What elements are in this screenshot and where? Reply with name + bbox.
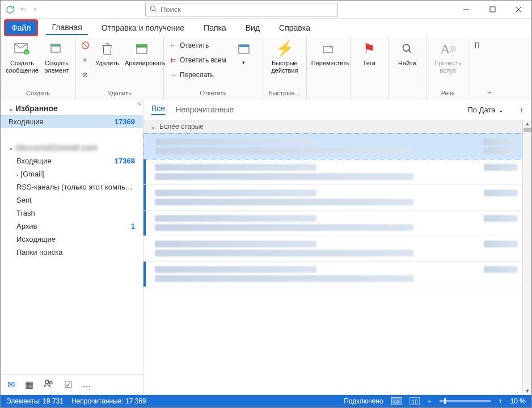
sidebar-item-sent[interactable]: Sent bbox=[1, 194, 143, 207]
view-reading-icon[interactable]: ▯▯ bbox=[409, 397, 420, 405]
calendar-icon bbox=[230, 39, 258, 58]
status-unread: Непрочитанные: 17 369 bbox=[71, 397, 146, 405]
message-row[interactable] bbox=[143, 185, 531, 211]
move-label: Переместить bbox=[311, 60, 345, 67]
forward-icon: → bbox=[168, 71, 178, 79]
archive-icon bbox=[125, 39, 159, 58]
meeting-button[interactable]: ▾ bbox=[230, 39, 258, 66]
message-row[interactable] bbox=[143, 159, 531, 185]
search-input[interactable]: Поиск bbox=[145, 3, 338, 16]
message-row[interactable] bbox=[143, 236, 531, 262]
scroll-thumb[interactable] bbox=[523, 128, 531, 132]
new-mail-button[interactable]: + Создать сообщение bbox=[5, 39, 39, 74]
tab-home[interactable]: Главная bbox=[46, 20, 87, 35]
sidebar-item-label: RSS-каналы (только этот компь… bbox=[16, 183, 133, 191]
message-row[interactable] bbox=[143, 211, 531, 236]
group-find: Найти bbox=[389, 37, 427, 99]
minimize-button[interactable] bbox=[453, 1, 479, 19]
reply-all-button[interactable]: ⇇Ответить всем bbox=[168, 54, 226, 66]
sidebar-item-label: Исходящие bbox=[16, 235, 56, 243]
main-area: < ⌄Избранное Входящие 17369 ⌄obscured@em… bbox=[1, 99, 531, 395]
message-row[interactable] bbox=[143, 133, 531, 159]
junk-icon: ⊘ bbox=[81, 71, 90, 79]
view-normal-icon[interactable]: ▭ bbox=[391, 397, 402, 405]
tab-view[interactable]: Вид bbox=[240, 21, 265, 35]
close-button[interactable] bbox=[505, 1, 531, 19]
nav-calendar-icon[interactable]: ▦ bbox=[25, 379, 33, 390]
reply-button[interactable]: ←Ответить bbox=[168, 39, 226, 52]
message-list: Все Непрочитанные По Дата ⌄ ↑ ⌄ Более ст… bbox=[143, 99, 531, 395]
scroll-up-icon[interactable]: ▲ bbox=[523, 120, 532, 128]
zoom-in-button[interactable]: + bbox=[499, 397, 503, 405]
sidebar-item-trash[interactable]: Trash bbox=[1, 207, 143, 220]
zoom-out-button[interactable]: − bbox=[428, 397, 432, 405]
new-item-button[interactable]: Создать элемент bbox=[43, 39, 71, 74]
nav-mail-icon[interactable]: ✉ bbox=[7, 379, 15, 390]
move-button[interactable]: Переместить bbox=[311, 39, 345, 67]
tab-send-receive[interactable]: Отправка и получение bbox=[96, 21, 190, 35]
account-header[interactable]: ⌄obscured@email.com bbox=[1, 138, 143, 154]
message-row[interactable] bbox=[143, 262, 531, 287]
chevron-down-icon: ⌄ bbox=[9, 145, 13, 151]
read-aloud-button[interactable]: A))) Прочесть вслух bbox=[431, 39, 465, 74]
group-quick-steps: ⚡ Быстрые действия Быстрые… bbox=[263, 37, 307, 99]
new-item-icon bbox=[43, 39, 71, 58]
nav-people-icon[interactable] bbox=[44, 379, 54, 390]
group-label: Более старые bbox=[159, 123, 204, 131]
svg-rect-9 bbox=[51, 44, 60, 47]
sort-direction-icon[interactable]: ↑ bbox=[520, 106, 524, 114]
sync-icon[interactable] bbox=[5, 5, 15, 15]
quick-steps-button[interactable]: ⚡ Быстрые действия bbox=[268, 39, 302, 74]
tab-file[interactable]: Файл bbox=[4, 19, 38, 36]
svg-point-15 bbox=[403, 45, 409, 52]
sidebar-item-archive[interactable]: Архив 1 bbox=[1, 220, 143, 233]
more-commands[interactable]: П bbox=[475, 39, 480, 52]
svg-point-17 bbox=[50, 381, 53, 384]
nav-tasks-icon[interactable]: ☑ bbox=[64, 379, 72, 390]
group-header-older[interactable]: ⌄ Более старые bbox=[143, 120, 531, 133]
sidebar-item-label: Папки поиска bbox=[16, 248, 62, 256]
status-connected: Подключено bbox=[344, 397, 383, 405]
qat-dropdown-icon[interactable]: ▾ bbox=[32, 5, 39, 14]
tab-folder[interactable]: Папка bbox=[198, 21, 232, 35]
group-tags: ⚑ Теги bbox=[351, 37, 389, 99]
filter-unread[interactable]: Непрочитанные bbox=[175, 105, 234, 114]
zoom-slider[interactable] bbox=[440, 400, 491, 402]
sidebar-item-inbox-fav[interactable]: Входящие 17369 bbox=[1, 115, 143, 128]
sidebar-item-outbox[interactable]: Исходящие bbox=[1, 233, 143, 246]
tab-help[interactable]: Справка bbox=[273, 21, 316, 35]
read-aloud-label: Прочесть вслух bbox=[431, 60, 465, 74]
sidebar-item-inbox[interactable]: Входящие 17369 bbox=[1, 154, 143, 167]
scroll-down-icon[interactable]: ▼ bbox=[523, 387, 532, 395]
sidebar-item-rss[interactable]: RSS-каналы (только этот компь… bbox=[1, 180, 143, 194]
archive-button[interactable]: Архивировать bbox=[125, 39, 159, 67]
window-controls bbox=[453, 1, 531, 19]
filter-all[interactable]: Все bbox=[151, 104, 165, 115]
ribbon-tabs: Файл Главная Отправка и получение Папка … bbox=[1, 19, 531, 37]
quick-access-toolbar: ▾ bbox=[1, 5, 43, 15]
sidebar-item-gmail[interactable]: ›[Gmail] bbox=[1, 167, 143, 180]
sidebar-item-search-folders[interactable]: Папки поиска bbox=[1, 246, 143, 259]
maximize-button[interactable] bbox=[479, 1, 505, 19]
forward-button[interactable]: →Переслать bbox=[168, 69, 226, 81]
delete-button[interactable]: Удалить bbox=[93, 39, 121, 67]
chevron-down-icon: ⌄ bbox=[9, 106, 13, 112]
collapse-ribbon-icon[interactable]: ⌄ bbox=[484, 37, 495, 99]
cleanup-button[interactable]: ✧ bbox=[81, 54, 90, 66]
collapse-pane-icon[interactable]: < bbox=[137, 100, 141, 107]
group-delete-label: Удалить bbox=[81, 89, 159, 98]
search-placeholder: Поиск bbox=[161, 5, 181, 14]
sort-dropdown[interactable]: По Дата ⌄ bbox=[468, 106, 504, 114]
ignore-button[interactable]: 🚫 bbox=[81, 39, 90, 52]
junk-button[interactable]: ⊘ bbox=[81, 69, 90, 81]
find-button[interactable]: Найти bbox=[393, 39, 421, 67]
group-respond: ←Ответить ⇇Ответить всем →Переслать ▾ От… bbox=[164, 37, 263, 99]
favorites-header[interactable]: ⌄Избранное bbox=[1, 99, 143, 115]
scrollbar[interactable]: ▲ ▼ bbox=[522, 120, 531, 395]
ribbon: + Создать сообщение Создать элемент Созд… bbox=[1, 37, 531, 99]
block-icon: 🚫 bbox=[81, 41, 90, 49]
sidebar-item-label: Trash bbox=[16, 209, 35, 217]
tags-button[interactable]: ⚑ Теги bbox=[355, 39, 383, 67]
nav-more-icon[interactable]: … bbox=[82, 379, 91, 390]
undo-icon[interactable] bbox=[19, 5, 29, 15]
